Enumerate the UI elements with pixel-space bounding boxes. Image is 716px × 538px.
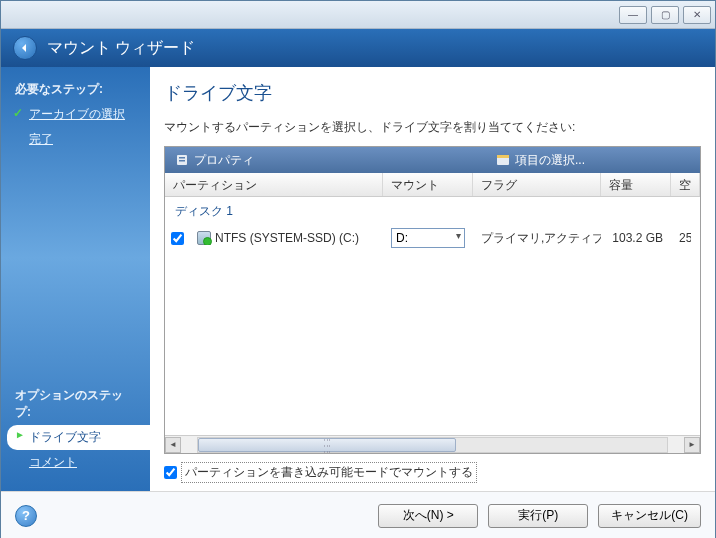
next-button[interactable]: 次へ(N) > [378, 504, 478, 528]
rw-mount-checkbox[interactable] [164, 466, 177, 479]
scroll-thumb[interactable] [198, 438, 456, 452]
cancel-button[interactable]: キャンセル(C) [598, 504, 701, 528]
partition-grid: プロパティ 項目の選択... パーティション マウント ド... フラグ 容量 … [164, 146, 701, 454]
svg-rect-2 [179, 160, 185, 162]
scroll-left-button[interactable]: ◄ [165, 437, 181, 453]
col-extra[interactable]: 空 [671, 173, 700, 196]
partition-name: NTFS (SYSTEM-SSD) (C:) [215, 231, 359, 245]
page-description: マウントするパーティションを選択し、ドライブ文字を割り当ててください: [164, 119, 701, 136]
sidebar-item-drive-letter[interactable]: ドライブ文字 [7, 425, 150, 450]
sidebar-item-label: コメント [29, 455, 77, 469]
grid-body: ディスク 1 NTFS (SYSTEM-SSD) (C:) D: [165, 197, 700, 435]
drive-letter-select[interactable]: D: [391, 228, 465, 248]
svg-rect-4 [497, 155, 509, 158]
option-steps-heading: オプションのステップ: [1, 383, 150, 425]
rw-mount-option: パーティションを書き込み可能モードでマウントする [164, 462, 701, 483]
required-steps-heading: 必要なステップ: [1, 77, 150, 102]
disk-icon [197, 231, 211, 245]
back-button[interactable] [13, 36, 37, 60]
select-items-button[interactable]: 項目の選択... [486, 147, 595, 173]
maximize-button[interactable]: ▢ [651, 6, 679, 24]
sidebar-item-finish[interactable]: 完了 [1, 127, 150, 152]
rw-mount-label[interactable]: パーティションを書き込み可能モードでマウントする [181, 462, 477, 483]
header: マウント ウィザード [1, 29, 715, 67]
col-mount[interactable]: マウント ド... [383, 173, 473, 196]
arrow-left-icon [19, 42, 31, 54]
main-panel: ドライブ文字 マウントするパーティションを選択し、ドライブ文字を割り当ててくださ… [150, 67, 715, 491]
col-partition[interactable]: パーティション [165, 173, 383, 196]
footer: ? 次へ(N) > 実行(P) キャンセル(C) [1, 491, 715, 538]
minimize-button[interactable]: — [619, 6, 647, 24]
partition-extra: 25 [671, 231, 691, 245]
select-items-icon [496, 153, 510, 167]
horizontal-scrollbar[interactable]: ◄ ► [165, 435, 700, 453]
option-steps-block: オプションのステップ: ドライブ文字 コメント [1, 383, 150, 475]
help-button[interactable]: ? [15, 505, 37, 527]
wizard-window: — ▢ ✕ マウント ウィザード 必要なステップ: アーカイブの選択 完了 オプ… [0, 0, 716, 538]
partition-flag: プライマリ,アクティブ [473, 230, 601, 247]
row-checkbox[interactable] [171, 232, 184, 245]
disk-group-label: ディスク 1 [165, 197, 700, 226]
col-size[interactable]: 容量 [601, 173, 671, 196]
body: 必要なステップ: アーカイブの選択 完了 オプションのステップ: ドライブ文字 … [1, 67, 715, 491]
close-button[interactable]: ✕ [683, 6, 711, 24]
titlebar: — ▢ ✕ [1, 1, 715, 29]
sidebar-item-label: ドライブ文字 [29, 430, 101, 444]
execute-button[interactable]: 実行(P) [488, 504, 588, 528]
page-title: ドライブ文字 [164, 81, 701, 105]
select-items-label: 項目の選択... [515, 152, 585, 169]
col-flag[interactable]: フラグ [473, 173, 601, 196]
svg-rect-1 [179, 157, 185, 159]
header-title: マウント ウィザード [47, 38, 195, 59]
properties-icon [175, 153, 189, 167]
sidebar-item-label: アーカイブの選択 [29, 107, 125, 121]
properties-button[interactable]: プロパティ [165, 147, 486, 173]
sidebar-item-archive[interactable]: アーカイブの選択 [1, 102, 150, 127]
sidebar-item-comment[interactable]: コメント [1, 450, 150, 475]
sidebar-item-label: 完了 [29, 132, 53, 146]
grid-toolbar: プロパティ 項目の選択... [165, 147, 700, 173]
column-headers: パーティション マウント ド... フラグ 容量 空 [165, 173, 700, 197]
sidebar: 必要なステップ: アーカイブの選択 完了 オプションのステップ: ドライブ文字 … [1, 67, 150, 491]
table-row[interactable]: NTFS (SYSTEM-SSD) (C:) D: プライマリ,アクティブ 10… [165, 226, 700, 250]
partition-size: 103.2 GB [601, 231, 671, 245]
scroll-right-button[interactable]: ► [684, 437, 700, 453]
scroll-track[interactable] [197, 437, 668, 453]
properties-label: プロパティ [194, 152, 254, 169]
